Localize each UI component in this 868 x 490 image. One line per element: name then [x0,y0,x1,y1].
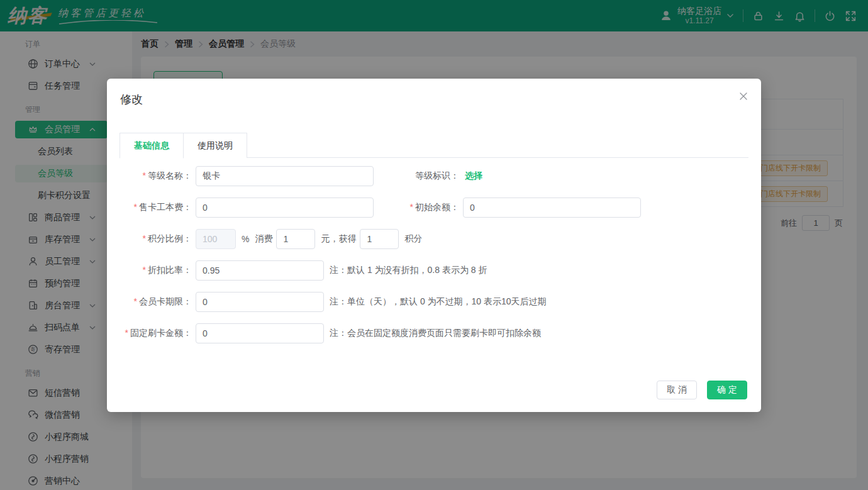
required-asterisk: * [134,202,137,212]
points-unit-label: 积分 [404,233,422,245]
form-row-fixed-amount: *固定刷卡金额： 注：会员在固定额度消费页面只需要刷卡即可扣除余额 [120,318,748,349]
dialog-footer: 取 消 确 定 [657,381,747,399]
yuan-gain-label: 元，获得 [321,233,356,245]
consume-amount-input[interactable] [276,229,315,249]
points-ratio-label: *积分比例： [120,233,192,245]
dialog-tabs: 基础信息 使用说明 [120,133,748,158]
level-badge-label: 等级标识： [374,170,459,182]
discount-input[interactable] [196,260,324,281]
close-icon[interactable] [736,89,751,104]
discount-note: 注：默认 1 为没有折扣，0.8 表示为 8 折 [330,265,487,276]
card-term-note: 注：单位（天），默认 0 为不过期，10 表示10天后过期 [330,296,547,308]
fixed-amount-label: *固定刷卡金额： [120,328,192,339]
discount-label: *折扣比率： [120,265,192,276]
dialog-title: 修改 [120,92,143,107]
cancel-button[interactable]: 取 消 [657,381,697,399]
level-name-input[interactable] [196,166,374,186]
required-asterisk: * [410,202,413,212]
card-fee-label: *售卡工本费： [120,202,192,213]
initial-balance-input[interactable] [463,198,641,218]
form-row-level-name: *等级名称： 等级标识： 选择 [120,160,748,192]
required-asterisk: * [125,328,128,338]
form-row-card-fee: *售卡工本费： *初始余额： [120,192,748,223]
required-asterisk: * [143,170,146,181]
form-row-card-term: *会员卡期限： 注：单位（天），默认 0 为不过期，10 表示10天后过期 [120,286,748,318]
gain-points-input[interactable] [360,229,399,249]
form-row-discount: *折扣比率： 注：默认 1 为没有折扣，0.8 表示为 8 折 [120,255,748,286]
app-root: 纳客 纳客管店更轻松 纳客足浴店 v1.11.27 [0,0,868,490]
card-term-label: *会员卡期限： [120,296,192,308]
percent-unit-label: % [242,234,249,244]
fixed-amount-note: 注：会员在固定额度消费页面只需要刷卡即可扣除余额 [330,328,541,339]
confirm-button[interactable]: 确 定 [707,381,747,399]
level-name-label: *等级名称： [120,170,192,182]
badge-select-link[interactable]: 选择 [465,170,482,182]
tab-usage-instructions[interactable]: 使用说明 [184,133,247,158]
card-term-input[interactable] [196,292,324,312]
consume-label: 消费 [255,233,272,245]
card-fee-input[interactable] [196,198,374,218]
required-asterisk: * [143,233,146,243]
required-asterisk: * [134,296,137,306]
level-form: *等级名称： 等级标识： 选择 *售卡工本费： *初始余额： *积分比例： % … [120,160,748,349]
initial-balance-label: *初始余额： [374,202,459,213]
edit-level-dialog: 修改 基础信息 使用说明 *等级名称： 等级标识： 选择 *售卡工本费： *初始… [107,79,761,412]
required-asterisk: * [143,265,146,275]
points-ratio-input [196,229,236,249]
fixed-amount-input[interactable] [196,323,324,343]
tab-basic-info[interactable]: 基础信息 [120,133,184,159]
form-row-points-ratio: *积分比例： % 消费 元，获得 积分 [120,223,748,255]
